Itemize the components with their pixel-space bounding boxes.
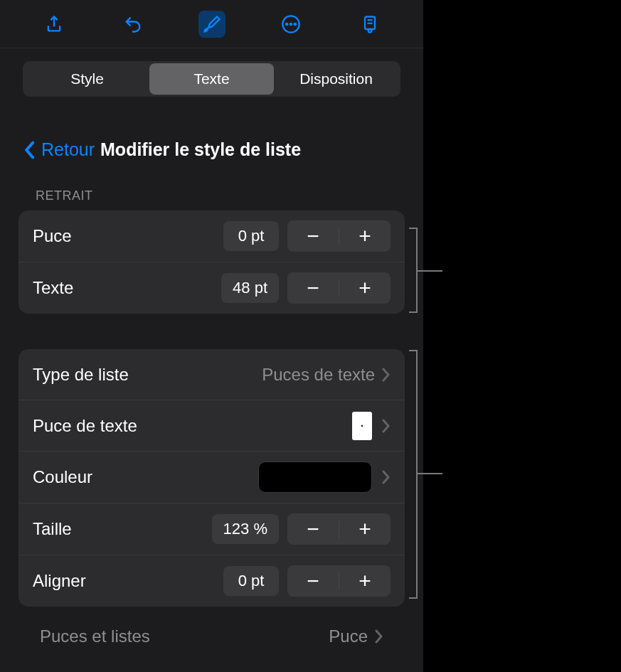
bullet-indent-label: Puce bbox=[33, 226, 223, 246]
tab-segment: Style Texte Disposition bbox=[0, 48, 423, 97]
text-indent-stepper: − + bbox=[287, 272, 391, 304]
text-indent-row: Texte 48 pt − + bbox=[18, 262, 405, 314]
svg-point-3 bbox=[294, 23, 295, 24]
align-increment[interactable]: + bbox=[339, 565, 391, 597]
size-stepper: − + bbox=[287, 513, 391, 545]
callout-line bbox=[418, 270, 442, 272]
size-value[interactable]: 123 % bbox=[212, 514, 279, 544]
chevron-left-icon[interactable] bbox=[23, 141, 36, 159]
tab-layout[interactable]: Disposition bbox=[274, 63, 398, 95]
bullet-indent-increment[interactable]: + bbox=[339, 220, 391, 252]
back-button[interactable]: Retour bbox=[41, 139, 95, 160]
list-type-value: Puces de texte bbox=[262, 365, 375, 385]
callout-bracket bbox=[409, 228, 418, 313]
bullet-indent-row: Puce 0 pt − + bbox=[18, 210, 405, 262]
content-area: Retour Modifier le style de liste Retrai… bbox=[0, 97, 423, 646]
size-label: Taille bbox=[33, 519, 212, 539]
paintbrush-icon[interactable] bbox=[198, 11, 225, 38]
list-group: Type de liste Puces de texte Puce de tex… bbox=[18, 349, 405, 607]
chevron-right-icon bbox=[382, 419, 391, 433]
toolbar bbox=[0, 0, 423, 48]
align-decrement[interactable]: − bbox=[287, 565, 339, 597]
color-swatch[interactable] bbox=[258, 462, 372, 493]
inspector-panel: Style Texte Disposition Retour Modifier … bbox=[0, 0, 423, 672]
color-label: Couleur bbox=[33, 467, 258, 487]
text-bullet-row[interactable]: Puce de texte · bbox=[18, 400, 405, 452]
indent-group: Puce 0 pt − + Texte 48 pt − + bbox=[18, 210, 405, 314]
text-bullet-label: Puce de texte bbox=[33, 416, 352, 436]
svg-point-5 bbox=[368, 29, 371, 33]
list-type-label: Type de liste bbox=[33, 365, 262, 385]
bullet-indent-decrement[interactable]: − bbox=[287, 220, 339, 252]
bullets-lists-row[interactable]: Puces et listes Puce bbox=[18, 612, 405, 646]
callout-line bbox=[418, 473, 442, 474]
bullets-lists-value: Puce bbox=[329, 626, 368, 646]
list-type-row[interactable]: Type de liste Puces de texte bbox=[18, 349, 405, 400]
document-icon[interactable] bbox=[356, 11, 383, 38]
align-row: Aligner 0 pt − + bbox=[18, 555, 405, 607]
align-value[interactable]: 0 pt bbox=[223, 566, 279, 596]
callout-bracket bbox=[409, 350, 418, 599]
size-increment[interactable]: + bbox=[339, 513, 391, 545]
svg-point-2 bbox=[290, 23, 291, 24]
bullet-glyph-preview: · bbox=[352, 412, 372, 440]
text-indent-value[interactable]: 48 pt bbox=[221, 273, 279, 303]
bullet-indent-value[interactable]: 0 pt bbox=[223, 221, 279, 251]
text-indent-increment[interactable]: + bbox=[339, 272, 391, 304]
tab-text[interactable]: Texte bbox=[149, 63, 274, 95]
align-stepper: − + bbox=[287, 565, 391, 597]
indent-section-header: Retrait bbox=[18, 188, 405, 203]
nav-header: Retour Modifier le style de liste bbox=[18, 139, 405, 160]
tab-style[interactable]: Style bbox=[25, 63, 149, 95]
text-indent-decrement[interactable]: − bbox=[287, 272, 339, 304]
size-row: Taille 123 % − + bbox=[18, 503, 405, 555]
color-row[interactable]: Couleur bbox=[18, 452, 405, 503]
page-title: Modifier le style de liste bbox=[100, 139, 301, 160]
size-decrement[interactable]: − bbox=[287, 513, 339, 545]
bullets-lists-label: Puces et listes bbox=[40, 626, 329, 646]
chevron-right-icon bbox=[375, 629, 383, 644]
align-label: Aligner bbox=[33, 571, 223, 591]
undo-icon[interactable] bbox=[120, 11, 147, 38]
more-icon[interactable] bbox=[277, 11, 304, 38]
chevron-right-icon bbox=[382, 368, 391, 382]
text-indent-label: Texte bbox=[33, 278, 221, 298]
bullet-indent-stepper: − + bbox=[287, 220, 391, 252]
svg-point-1 bbox=[286, 23, 287, 24]
share-icon[interactable] bbox=[41, 11, 68, 38]
chevron-right-icon bbox=[382, 470, 391, 484]
